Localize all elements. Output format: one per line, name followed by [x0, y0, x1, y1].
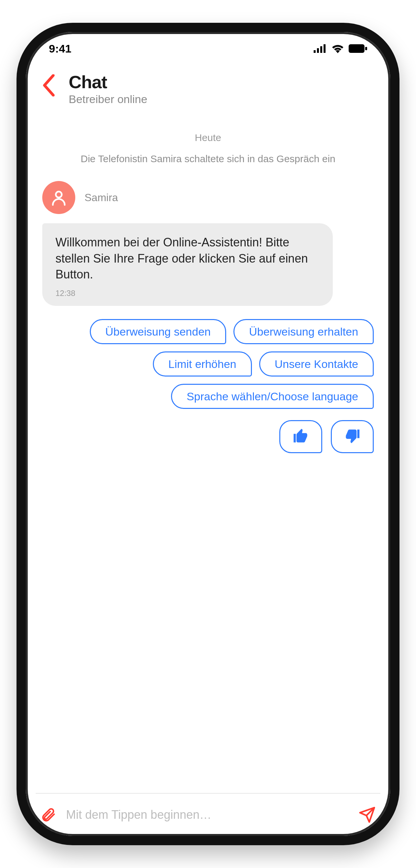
sender-name: Samira: [85, 192, 118, 204]
svg-rect-1: [317, 48, 319, 53]
quick-reply-button[interactable]: Limit erhöhen: [153, 351, 252, 376]
thumbs-up-button[interactable]: [279, 420, 322, 453]
battery-icon: [349, 44, 367, 53]
message-bubble: Willkommen bei der Online-Assistentin! B…: [42, 223, 333, 306]
svg-rect-2: [320, 46, 322, 53]
power-button: [399, 263, 399, 356]
operator-status: Betreiber online: [69, 93, 147, 106]
phone-frame: 9:41 Ch: [17, 23, 399, 845]
svg-rect-4: [349, 44, 364, 53]
input-bar: [36, 793, 380, 836]
sender-row: Samira: [42, 181, 374, 214]
volume-button: [17, 197, 17, 237]
send-icon[interactable]: [358, 806, 376, 824]
svg-rect-0: [314, 50, 316, 53]
system-message: Die Telefonistin Samira schaltete sich i…: [42, 153, 374, 164]
avatar: [42, 181, 75, 214]
quick-reply-button[interactable]: Überweisung erhalten: [233, 319, 374, 344]
chat-body: Heute Die Telefonistin Samira schaltete …: [42, 119, 374, 793]
thumbs-down-button[interactable]: [331, 420, 374, 453]
volume-button: [17, 329, 17, 395]
message-input[interactable]: [66, 808, 349, 822]
back-icon[interactable]: [42, 74, 56, 93]
page-title: Chat: [69, 72, 147, 92]
svg-rect-3: [324, 44, 325, 53]
date-separator: Heute: [42, 132, 374, 143]
thumbs-down-icon: [344, 427, 361, 445]
quick-replies: Überweisung senden Überweisung erhalten …: [42, 319, 374, 409]
wifi-icon: [331, 44, 344, 53]
svg-rect-5: [365, 47, 367, 50]
quick-reply-button[interactable]: Unsere Kontakte: [259, 351, 374, 376]
svg-point-6: [56, 192, 62, 197]
message-time: 12:38: [56, 289, 320, 298]
status-time: 9:41: [49, 42, 71, 55]
thumbs-up-icon: [292, 427, 309, 445]
chat-header: Chat Betreiber online: [42, 65, 374, 119]
cellular-icon: [314, 44, 327, 53]
message-text: Willkommen bei der Online-Assistentin! B…: [56, 235, 320, 283]
feedback-row: [42, 420, 374, 453]
quick-reply-button[interactable]: Sprache wählen/Choose language: [171, 384, 374, 409]
volume-button: [17, 250, 17, 316]
status-bar: 9:41: [42, 32, 374, 65]
quick-reply-button[interactable]: Überweisung senden: [90, 319, 226, 344]
attachment-icon[interactable]: [40, 807, 56, 823]
